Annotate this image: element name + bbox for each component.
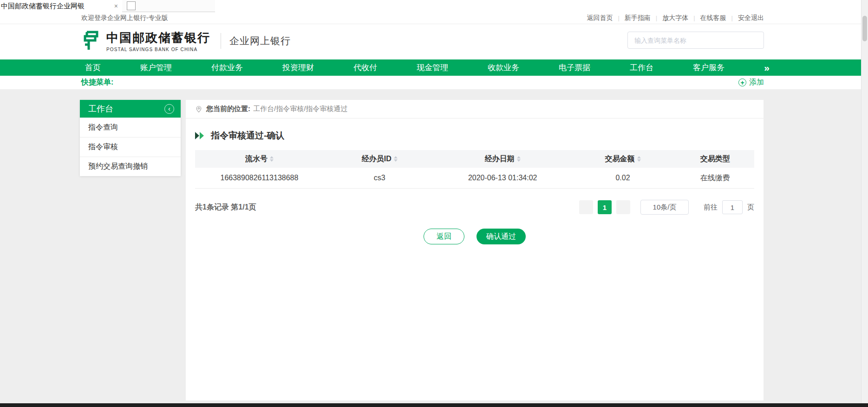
records-summary: 共1条记录 第1/1页 (195, 203, 256, 212)
sort-icon[interactable] (394, 156, 398, 162)
sort-icon[interactable] (517, 156, 521, 162)
top-link-font-size[interactable]: 放大字体 (662, 14, 688, 22)
confirm-approve-button[interactable]: 确认通过 (476, 229, 526, 244)
browser-tab[interactable]: 中国邮政储蓄银行企业网银 × (0, 0, 122, 12)
logo-bar: 中国邮政储蓄银行 POSTAL SAVINGS BANK OF CHINA 企业… (0, 24, 868, 59)
col-header-serial[interactable]: 流水号 (195, 154, 324, 164)
pagination-row: 共1条记录 第1/1页 1 10条/页 前往 页 (186, 200, 764, 215)
new-tab-zone (122, 0, 215, 12)
col-header-label: 交易金额 (605, 154, 635, 164)
menu-search-input[interactable] (627, 32, 764, 49)
double-play-icon (195, 132, 206, 139)
back-button[interactable]: 返回 (424, 229, 464, 244)
goto-page-unit: 页 (747, 203, 754, 212)
pagination-controls: 1 10条/页 前往 页 (574, 200, 754, 215)
nav-item-e-bills[interactable]: 电子票据 (559, 62, 590, 73)
quick-menu-bar: 快捷菜单: + 添加 (0, 76, 868, 89)
add-quick-menu-button[interactable]: + 添加 (738, 78, 764, 87)
col-header-label: 经办员ID (362, 154, 392, 164)
psbc-logo-icon (81, 30, 102, 52)
bank-brand: 中国邮政储蓄银行 POSTAL SAVINGS BANK OF CHINA 企业… (81, 30, 291, 52)
cell-type: 在线缴费 (676, 173, 754, 183)
browser-tab-strip: 中国邮政储蓄银行企业网银 × (0, 0, 868, 12)
main-panel: 您当前的位置: 工作台/指令审核/指令审核通过 指令审核通过-确认 流水号 (186, 100, 764, 400)
review-table: 流水号 经办员ID 经办日期 交易金额 (195, 150, 754, 189)
nav-item-investment[interactable]: 投资理财 (282, 62, 314, 73)
breadcrumb-path: 工作台/指令审核/指令审核通过 (253, 105, 347, 113)
col-header-type: 交易类型 (676, 154, 754, 164)
next-page-button[interactable] (616, 200, 630, 214)
screen: 中国邮政储蓄银行企业网银 × 欢迎登录企业网上银行-专业版 返回首页 | 新手指… (0, 0, 868, 407)
cell-operator-id: cs3 (324, 174, 436, 182)
nav-item-workbench[interactable]: 工作台 (630, 62, 653, 73)
nav-more-icon[interactable]: » (764, 63, 770, 72)
nav-item-cash-management[interactable]: 现金管理 (417, 62, 448, 73)
top-link-guide[interactable]: 新手指南 (625, 14, 651, 22)
top-link-logout[interactable]: 安全退出 (738, 14, 764, 22)
nav-item-accounts[interactable]: 账户管理 (140, 62, 172, 73)
breadcrumb-prefix: 您当前的位置: (206, 105, 250, 113)
page-title-row: 指令审核通过-确认 (195, 130, 754, 142)
welcome-text: 欢迎登录企业网上银行-专业版 (81, 14, 168, 22)
action-buttons: 返回 确认通过 (186, 229, 764, 244)
content-area: 工作台 ‹ 指令查询 指令审核 预约交易查询撤销 您当前的位置: 工作台/指令 (0, 89, 868, 403)
collapse-sidebar-icon[interactable]: ‹ (164, 104, 174, 114)
col-header-operator-id[interactable]: 经办员ID (324, 154, 436, 164)
browser-tab-title: 中国邮政储蓄银行企业网银 (1, 2, 111, 11)
top-link-home[interactable]: 返回首页 (587, 14, 613, 22)
col-header-date[interactable]: 经办日期 (436, 154, 570, 164)
main-nav: 首页 账户管理 付款业务 投资理财 代收付 现金管理 收款业务 电子票据 工作台… (0, 59, 868, 76)
cell-amount: 0.02 (570, 174, 676, 182)
page-1-button[interactable]: 1 (598, 200, 612, 214)
sidebar-header-workbench[interactable]: 工作台 ‹ (80, 100, 181, 118)
prev-page-button[interactable] (579, 200, 593, 214)
sort-icon[interactable] (270, 156, 274, 162)
new-tab-button[interactable] (127, 1, 136, 10)
sidebar-header-label: 工作台 (88, 103, 113, 114)
link-divider: | (618, 14, 619, 21)
cell-serial: 1663890826113138688 (195, 174, 324, 182)
vertical-scrollbar[interactable] (861, 0, 868, 403)
bottom-dark-bar (0, 403, 868, 407)
sidebar-item-label: 指令查询 (88, 123, 118, 132)
col-header-label: 经办日期 (485, 154, 515, 164)
sidebar-item-instruction-query[interactable]: 指令查询 (80, 118, 181, 137)
col-header-amount[interactable]: 交易金额 (570, 154, 676, 164)
bank-names: 中国邮政储蓄银行 POSTAL SAVINGS BANK OF CHINA (106, 30, 210, 52)
nav-item-receivables[interactable]: 收款业务 (488, 62, 519, 73)
goto-page-label: 前往 (704, 203, 718, 212)
page-size-select[interactable]: 10条/页 (640, 200, 689, 215)
plus-circle-icon: + (738, 79, 746, 86)
scrollbar-thumb[interactable] (862, 16, 867, 41)
sidebar-item-scheduled-txn-query-cancel[interactable]: 预约交易查询撤销 (80, 157, 181, 176)
breadcrumb: 您当前的位置: 工作台/指令审核/指令审核通过 (186, 100, 764, 118)
col-header-label: 流水号 (245, 154, 268, 164)
top-link-service[interactable]: 在线客服 (700, 14, 726, 22)
brand-divider (221, 33, 221, 49)
goto-page-input[interactable] (722, 200, 743, 214)
link-divider: | (656, 14, 657, 21)
sidebar-item-label: 预约交易查询撤销 (88, 162, 148, 171)
col-header-label: 交易类型 (700, 154, 730, 164)
page-title: 指令审核通过-确认 (211, 130, 284, 142)
link-divider: | (693, 14, 695, 21)
bank-name-cn: 中国邮政储蓄银行 (106, 30, 210, 46)
sidebar-item-label: 指令审核 (88, 142, 118, 152)
sidebar-item-instruction-review[interactable]: 指令审核 (80, 137, 181, 157)
sort-icon[interactable] (637, 156, 641, 162)
quick-menu-label: 快捷菜单: (81, 78, 113, 87)
sidebar: 工作台 ‹ 指令查询 指令审核 预约交易查询撤销 (80, 100, 181, 176)
nav-item-payments[interactable]: 付款业务 (211, 62, 243, 73)
nav-item-collection-payment[interactable]: 代收付 (353, 62, 377, 73)
table-row[interactable]: 1663890826113138688 cs3 2020-06-13 01:34… (195, 168, 754, 189)
add-label: 添加 (749, 78, 764, 87)
link-divider: | (731, 14, 733, 21)
nav-item-home[interactable]: 首页 (85, 62, 101, 73)
product-name: 企业网上银行 (229, 34, 291, 47)
tab-close-icon[interactable]: × (114, 2, 118, 10)
location-pin-icon (195, 105, 202, 113)
table-header-row: 流水号 经办员ID 经办日期 交易金额 (195, 150, 754, 168)
bank-name-en: POSTAL SAVINGS BANK OF CHINA (106, 47, 210, 52)
cell-date: 2020-06-13 01:34:02 (436, 174, 570, 182)
nav-item-customer-service[interactable]: 客户服务 (693, 62, 724, 73)
